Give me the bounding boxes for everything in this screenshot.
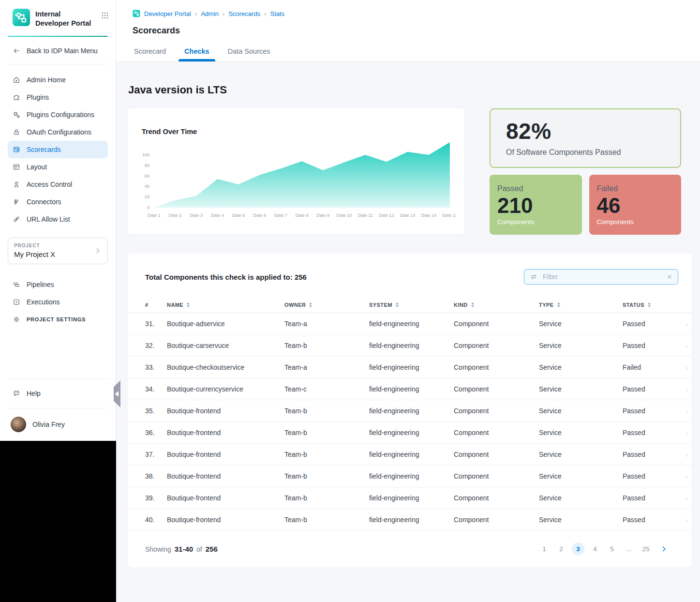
table-row[interactable]: 37.Boutique-frontendTeam-bfield-engineer… (128, 444, 692, 466)
column-header-owner[interactable]: OWNER (284, 302, 369, 308)
filter-input[interactable] (537, 273, 666, 281)
table-row[interactable]: 34.Boutique-currencyserviceTeam-cfield-e… (128, 378, 692, 400)
link-icon (13, 215, 20, 223)
page-button-25[interactable]: 25 (640, 542, 652, 555)
row-chevron-icon[interactable]: › (685, 320, 688, 328)
page-button-4[interactable]: 4 (589, 542, 601, 555)
sidebar-item-label: Layout (27, 163, 47, 171)
svg-text:80: 80 (145, 163, 149, 168)
back-to-main-menu[interactable]: Back to IDP Main Menu (8, 37, 108, 64)
next-page-icon[interactable] (660, 545, 668, 553)
sidebar-item-scorecards[interactable]: Scorecards (8, 141, 108, 158)
tab-data-sources[interactable]: Data Sources (228, 47, 270, 61)
sidebar-item-admin-home[interactable]: Admin Home (8, 71, 108, 89)
showing-range: 31-40 (175, 545, 193, 553)
row-chevron-icon[interactable]: › (685, 342, 688, 350)
back-label: Back to IDP Main Menu (27, 47, 98, 55)
sort-icon[interactable] (309, 302, 312, 307)
cell-owner: Team-c (284, 385, 369, 393)
sidebar-item-project-settings[interactable]: PROJECT SETTINGS (8, 311, 108, 328)
sidebar-item-layout[interactable]: Layout (8, 158, 108, 176)
close-icon[interactable] (666, 273, 673, 280)
column-header-system[interactable]: SYSTEM (369, 302, 454, 308)
person-icon (13, 181, 20, 188)
help-button[interactable]: Help (8, 379, 108, 408)
sidebar-item-pipelines[interactable]: Pipelines (8, 276, 108, 293)
cell-status: Passed (623, 494, 681, 502)
brand-header: Internal Developer Portal (0, 0, 116, 34)
user-menu[interactable]: Olivia Frey (8, 408, 108, 441)
row-chevron-icon[interactable]: › (685, 363, 688, 372)
cell-kind: Component (454, 516, 539, 524)
sidebar-item-plugins-configurations[interactable]: Plugins Configurations (8, 106, 108, 123)
breadcrumb-link-stats[interactable]: Stats (270, 10, 284, 17)
cell-owner: Team-b (284, 516, 369, 524)
sort-icon[interactable] (396, 302, 399, 307)
row-chevron-icon[interactable]: › (685, 516, 688, 524)
sidebar-item-oauth-configurations[interactable]: OAuth Configurations (8, 123, 108, 141)
page-button-2[interactable]: 2 (555, 542, 567, 555)
column-header-type[interactable]: TYPE (539, 302, 623, 308)
row-chevron-icon[interactable]: › (685, 429, 688, 437)
table-row[interactable]: 32.Boutique-carservuceTeam-bfield-engine… (128, 335, 692, 357)
sidebar-project-nav: PipelinesExecutionsPROJECT SETTINGS (0, 269, 116, 330)
table-row[interactable]: 39.Boutique-frontendTeam-bfield-engineer… (128, 487, 692, 509)
breadcrumb-link-developer-portal[interactable]: Developer Portal (144, 10, 191, 17)
percent-caption: Of Software Components Passed (506, 148, 680, 157)
layout-icon (13, 163, 20, 171)
table-row[interactable]: 40.Boutique-frontendTeam-bfield-engineer… (128, 509, 692, 531)
table-row[interactable]: 38.Boutique-frontendTeam-bfield-engineer… (128, 466, 692, 487)
page-button-3[interactable]: 3 (572, 542, 584, 555)
sort-icon[interactable] (471, 302, 474, 307)
table-title: Total Components this check is applied t… (145, 273, 524, 281)
column-label: # (145, 302, 149, 308)
table-row[interactable]: 35.Boutique-frontendTeam-bfield-engineer… (128, 400, 692, 422)
sidebar-item-label: Plugins Configurations (27, 111, 94, 119)
svg-text:Date 14: Date 14 (421, 213, 436, 218)
sort-icon[interactable] (187, 302, 190, 307)
tabs: ScorecardChecksData Sources (133, 47, 688, 61)
table-row[interactable]: 36.Boutique-frontendTeam-bfield-engineer… (128, 422, 692, 444)
page-button-5[interactable]: 5 (606, 542, 618, 555)
idp-logo-icon (13, 9, 30, 26)
left-column: Internal Developer Portal Back to IDP Ma… (0, 0, 116, 602)
cell-kind: Component (454, 472, 539, 480)
sidebar-item-label: URL Allow List (27, 215, 70, 223)
tab-checks[interactable]: Checks (184, 47, 209, 61)
page-button-[interactable]: ... (623, 542, 635, 555)
puzzle-icon (13, 93, 20, 101)
svg-text:Date 3: Date 3 (190, 213, 203, 218)
column-label: NAME (167, 302, 183, 308)
cell-type: Service (539, 385, 623, 393)
table-row[interactable]: 31.Boutique-adserviceTeam-afield-enginee… (128, 313, 692, 335)
row-chevron-icon[interactable]: › (685, 451, 688, 459)
sort-icon[interactable] (557, 302, 560, 307)
sidebar-item-access-control[interactable]: Access Control (8, 176, 108, 193)
column-header-name[interactable]: NAME (167, 302, 284, 308)
row-chevron-icon[interactable]: › (685, 494, 688, 502)
tab-scorecard[interactable]: Scorecard (134, 47, 166, 61)
column-header-status[interactable]: STATUS (623, 302, 681, 308)
row-chevron-icon[interactable]: › (685, 407, 688, 415)
project-selector[interactable]: PROJECT My Project X (8, 238, 108, 264)
cell-status: Passed (623, 429, 681, 436)
svg-text:Date 1: Date 1 (148, 213, 161, 218)
row-chevron-icon[interactable]: › (685, 472, 688, 481)
grid-icon[interactable] (101, 9, 109, 19)
breadcrumb-link-scorecards[interactable]: Scorecards (228, 10, 260, 17)
sidebar-item-connectors[interactable]: Connectors (8, 193, 108, 211)
column-header-kind[interactable]: KIND (454, 302, 539, 308)
sidebar-item-url-allow-list[interactable]: URL Allow List (8, 211, 108, 228)
cell-status: Passed (623, 385, 681, 393)
table-row[interactable]: 33.Boutique-checkoutserviceTeam-afield-e… (128, 357, 692, 378)
row-chevron-icon[interactable]: › (685, 385, 688, 393)
breadcrumb-link-admin[interactable]: Admin (201, 10, 219, 17)
sidebar-item-executions[interactable]: Executions (8, 293, 108, 311)
executions-icon (13, 298, 20, 306)
pipelines-icon (13, 281, 20, 288)
passed-card: Passed 210 Components (490, 175, 582, 235)
sort-icon[interactable] (648, 302, 651, 307)
sidebar-item-plugins[interactable]: Plugins (8, 89, 108, 106)
cell-system: field-engineering (369, 429, 454, 436)
page-button-1[interactable]: 1 (538, 542, 551, 555)
